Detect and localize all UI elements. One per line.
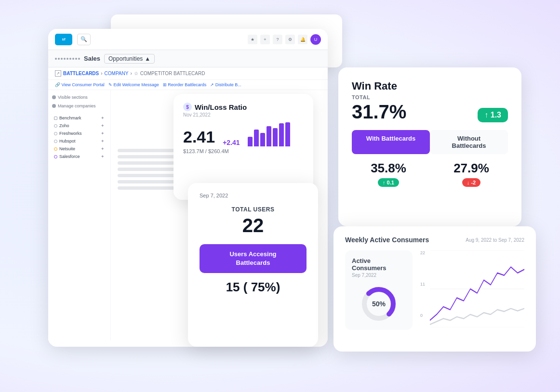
sidebar-item-benchmark[interactable]: Benchmark ✦ [52,114,107,122]
ac-donut-label: 50% [372,300,386,308]
bar-6 [279,123,284,146]
tab-with-battlecards[interactable]: With Battlecards [352,130,430,154]
action-reorder[interactable]: ⊞ Reorder Battlecards [163,82,207,87]
y-label-11: 11 [420,282,425,287]
winloss-title: Win/Loss Ratio [195,103,247,111]
weekly-header: Weekly Active Consumers Aug 9, 2022 to S… [345,236,524,244]
weekly-title: Weekly Active Consumers [345,236,429,244]
question-icon[interactable]: ? [273,35,282,44]
winloss-sub: $123.7M / $260.4M [183,148,304,154]
grid-icon [55,58,80,60]
winrate-stat-with: 35.8% ↑ 0.1 [352,161,425,187]
crm-header: sf 🔍 ★ + ? ⚙ 🔔 U [48,29,328,50]
winrate-total-label: TOTAL [352,94,406,100]
winloss-header: $ Win/Loss Ratio [183,103,304,111]
winrate-badge: ↑ 1.3 [478,108,508,122]
breadcrumb-sep-2: › [130,71,132,76]
winloss-date: Nov 21,2022 [183,112,304,118]
users-total-label: TOTAL USERS [200,206,307,213]
tab-without-battlecards[interactable]: WithoutBattlecards [430,130,508,154]
user-avatar[interactable]: U [310,34,321,45]
action-distribute[interactable]: ↗ Distribute B... [210,82,241,87]
star-icon[interactable]: ★ [248,35,257,44]
bar-7 [285,122,290,146]
users-date: Sep 7, 2022 [200,193,307,198]
chevron-up-icon: ▲ [145,55,150,62]
breadcrumb: ↗ BATTLECARDS › COMPANY › ☆ COMPETITOR B… [48,67,328,80]
plus-icon[interactable]: + [260,35,270,44]
ac-title: Active Consumers [352,257,406,272]
sidebar-item-freshworks[interactable]: Freshworks ✦ [52,130,107,137]
crm-sidebar: Visible sections Manage companies Benchm… [48,90,111,340]
users-accessing-value: 15 ( 75%) [200,280,307,295]
breadcrumb-box-icon: ↗ [55,70,61,77]
y-axis-labels: 22 11 0 [420,250,425,318]
y-label-0: 0 [420,313,425,318]
line-chart-svg: Sep 7 [430,250,524,327]
winloss-change: +2.41 [223,139,240,146]
winrate-percent: 31.7% [352,101,406,122]
winrate-without-value: 27.9% [435,161,508,176]
breadcrumb-sep-1: › [101,71,102,76]
sidebar-item-salesforce[interactable]: Salesforce ✦ [52,153,107,160]
bar-3 [260,133,265,146]
opportunities-label: Opportunities [108,55,143,62]
y-label-22: 22 [420,250,425,255]
salesforce-logo: sf [55,34,72,45]
ac-date: Sep 7,2022 [352,273,406,278]
winrate-tabs: With Battlecards WithoutBattlecards [352,130,508,154]
users-total-value: 22 [200,215,307,236]
sidebar-item-netsuite[interactable]: Netsuite ✦ [52,145,107,153]
users-card: Sep 7, 2022 TOTAL USERS 22 Users Accesin… [188,183,318,347]
weekly-card: Weekly Active Consumers Aug 9, 2022 to S… [333,226,536,352]
sidebar-section-manage: Manage companies [52,104,107,108]
action-edit-welcome[interactable]: ✎ Edit Welcome Message [108,82,159,87]
breadcrumb-star-icon: ☆ [134,71,138,76]
winrate-badge-value: ↑ 1.3 [484,111,501,119]
winrate-left: Win Rate TOTAL 31.7% [352,80,406,122]
scene: Win Rate Deal Size Won Opps [0,0,560,392]
action-view-portal[interactable]: 🔗 View Consumer Portal [55,82,105,87]
dollar-icon: $ [183,103,192,111]
nav-title: Sales [84,55,100,62]
weekly-date-range: Aug 9, 2022 to Sep 7, 2022 [466,237,524,243]
users-cta-button[interactable]: Users AccesingBattlecards [200,244,307,273]
winrate-with-value: 35.8% [352,161,425,176]
bar-4 [267,126,271,146]
sidebar-visible-label: Visible sections [58,95,88,100]
winrate-without-badge: ↓ -2 [462,178,480,187]
actions-bar: 🔗 View Consumer Portal ✎ Edit Welcome Me… [48,80,328,90]
sidebar-manage-label: Manage companies [58,104,96,108]
breadcrumb-competitor: COMPETITOR BATTLECARD [140,71,205,76]
bell-icon[interactable]: 🔔 [298,35,307,44]
winrate-with-badge: ↑ 0.1 [378,178,399,187]
winrate-title: Win Rate [352,80,406,92]
sidebar-section-visible: Visible sections [52,95,107,100]
winloss-barchart [248,122,290,146]
settings-icon[interactable]: ⚙ [285,35,295,44]
breadcrumb-battlecards[interactable]: BATTLECARDS [63,71,99,76]
crm-nav: Sales Opportunities ▲ [48,50,328,67]
ac-donut: 50% [360,285,398,323]
breadcrumb-company[interactable]: COMPANY [105,71,129,76]
line-chart-container: 22 11 0 Sep 7 [420,250,524,327]
bar-1 [248,137,253,146]
sidebar-item-hubspot[interactable]: Hubspot ✦ [52,137,107,145]
winloss-value: 2.41 [183,128,215,146]
bar-5 [273,128,278,146]
bar-2 [254,130,259,146]
winrate-stat-without: 27.9% ↓ -2 [435,161,508,187]
users-cta-text: Users AccesingBattlecards [229,250,276,266]
winrate-top-row: Win Rate TOTAL 31.7% ↑ 1.3 [352,80,508,122]
header-icons: ★ + ? ⚙ 🔔 U [248,34,321,45]
winrate-card: Win Rate TOTAL 31.7% ↑ 1.3 With Battleca… [338,67,521,226]
sidebar-item-zoho[interactable]: Zoho ✦ [52,122,107,130]
winrate-stats: 35.8% ↑ 0.1 27.9% ↓ -2 [352,161,508,187]
active-consumers-mini: Active Consumers Sep 7,2022 50% [345,250,413,330]
weekly-body: Active Consumers Sep 7,2022 50% 22 11 0 [345,250,524,330]
search-icon[interactable]: 🔍 [77,34,91,45]
opportunities-dropdown[interactable]: Opportunities ▲ [104,54,155,64]
logo-text: sf [62,37,65,41]
